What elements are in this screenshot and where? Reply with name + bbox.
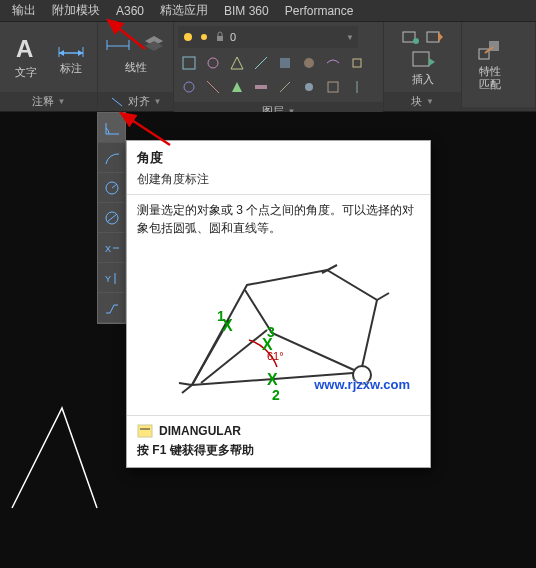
svg-point-22	[184, 82, 194, 92]
svg-rect-31	[427, 32, 439, 42]
svg-point-12	[184, 33, 192, 41]
svg-text:X: X	[267, 371, 278, 388]
svg-line-23	[207, 81, 219, 93]
layer-tool-4[interactable]	[250, 52, 272, 74]
svg-text:1: 1	[217, 308, 225, 324]
layer-tool-9[interactable]	[178, 76, 200, 98]
insert-button[interactable]: 插入	[399, 50, 447, 87]
layers-icon	[143, 34, 165, 52]
panel-title-props[interactable]	[462, 107, 535, 111]
layer-tool-14[interactable]	[298, 76, 320, 98]
dim-diameter-item[interactable]	[98, 203, 125, 233]
tooltip-panel: 角度 创建角度标注 测量选定的对象或 3 个点之间的角度。可以选择的对象包括圆弧…	[126, 140, 431, 468]
watermark-url: www.rjzxw.com	[314, 377, 410, 392]
block-tool-2[interactable]	[424, 26, 446, 48]
svg-rect-19	[280, 58, 290, 68]
svg-rect-14	[217, 36, 223, 41]
layer-tool-6[interactable]	[298, 52, 320, 74]
match-props-icon	[477, 39, 503, 63]
command-icon	[137, 424, 153, 438]
menu-bim360[interactable]: BIM 360	[216, 4, 277, 18]
props-label: 特性 匹配	[479, 65, 501, 89]
layer-tool-5[interactable]	[274, 52, 296, 74]
svg-marker-5	[78, 50, 83, 56]
menu-featured[interactable]: 精选应用	[152, 2, 216, 19]
panel-block: 插入 块▼	[384, 22, 462, 111]
menu-performance[interactable]: Performance	[277, 4, 362, 18]
svg-rect-27	[328, 82, 338, 92]
menu-bar: 输出 附加模块 A360 精选应用 BIM 360 Performance	[0, 0, 536, 22]
dimension-icon	[57, 39, 85, 59]
menu-output[interactable]: 输出	[4, 2, 44, 19]
svg-text:Y: Y	[105, 274, 111, 284]
triangle-shape	[2, 398, 102, 518]
svg-point-20	[304, 58, 314, 68]
svg-rect-32	[413, 52, 429, 66]
svg-line-38	[112, 184, 117, 188]
linear-label: 线性	[125, 60, 147, 75]
svg-text:61°: 61°	[267, 350, 284, 362]
tooltip-illustration: www.rjzxw.com X 1 X 2 X 3 61°	[127, 245, 430, 415]
dim-layers-button[interactable]	[137, 26, 171, 60]
chevron-down-icon: ▼	[426, 97, 434, 106]
svg-marker-10	[145, 41, 163, 51]
layer-tool-12[interactable]	[250, 76, 272, 98]
svg-line-11	[112, 98, 122, 106]
layer-tool-13[interactable]	[274, 76, 296, 98]
svg-marker-17	[231, 57, 243, 69]
dim-ordinate-x-item[interactable]: X	[98, 233, 125, 263]
panel-layer: 0 ▼	[174, 22, 384, 111]
chevron-down-icon: ▼	[58, 97, 66, 106]
panel-title-annotation[interactable]: 注释▼	[0, 92, 97, 111]
svg-line-40	[107, 214, 117, 222]
panel-title-align[interactable]: 对齐▼	[98, 92, 173, 111]
layer-tool-11[interactable]	[226, 76, 248, 98]
svg-rect-15	[183, 57, 195, 69]
dim-angular-item[interactable]	[98, 113, 125, 143]
chevron-down-icon: ▼	[346, 33, 354, 42]
panel-properties: 特性 匹配	[462, 22, 536, 111]
layer-tool-3[interactable]	[226, 52, 248, 74]
tooltip-title: 角度	[137, 149, 420, 167]
dim-linear-button[interactable]	[101, 26, 135, 60]
sun-icon	[198, 31, 210, 43]
match-props-button[interactable]: 特性 匹配	[466, 35, 514, 95]
lock-icon	[214, 31, 226, 43]
layer-tool-15[interactable]	[322, 76, 344, 98]
svg-text:A: A	[16, 35, 33, 62]
svg-line-18	[255, 57, 267, 69]
layer-tool-7[interactable]	[322, 52, 344, 74]
svg-rect-25	[255, 85, 267, 89]
svg-text:X: X	[105, 244, 111, 254]
svg-text:2: 2	[272, 387, 280, 403]
tooltip-help: 按 F1 键获得更多帮助	[137, 442, 420, 459]
dimension-button[interactable]: 标注	[50, 27, 94, 87]
dim-radius-item[interactable]	[98, 173, 125, 203]
text-button[interactable]: A 文字	[4, 27, 48, 87]
text-icon: A	[12, 35, 40, 63]
svg-marker-33	[429, 58, 435, 66]
dim-arc-item[interactable]	[98, 143, 125, 173]
layer-dropdown[interactable]: 0 ▼	[178, 26, 358, 48]
panel-title-block[interactable]: 块▼	[384, 92, 461, 111]
ribbon: A 文字 标注 注释▼	[0, 22, 536, 112]
dimension-label: 标注	[60, 61, 82, 76]
layer-tool-16[interactable]	[346, 76, 368, 98]
menu-addons[interactable]: 附加模块	[44, 2, 108, 19]
svg-text:3: 3	[267, 324, 275, 340]
svg-rect-53	[138, 425, 152, 437]
layer-tool-8[interactable]	[346, 52, 368, 74]
dim-ordinate-y-item[interactable]: Y	[98, 263, 125, 293]
block-tool-1[interactable]	[400, 26, 422, 48]
svg-point-13	[201, 34, 207, 40]
dimension-dropdown: X Y	[97, 112, 126, 324]
layer-tool-2[interactable]	[202, 52, 224, 74]
insert-icon	[411, 50, 435, 70]
menu-a360[interactable]: A360	[108, 4, 152, 18]
layer-tool-10[interactable]	[202, 76, 224, 98]
dim-jogged-item[interactable]	[98, 293, 125, 323]
svg-point-16	[208, 58, 218, 68]
layer-tool-1[interactable]	[178, 52, 200, 74]
text-label: 文字	[15, 65, 37, 80]
angle-icon	[103, 120, 121, 136]
